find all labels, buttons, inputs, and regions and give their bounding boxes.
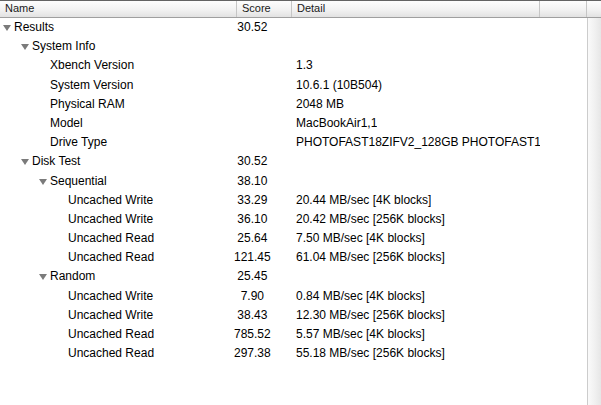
outline-row[interactable]: Uncached Write 33.2920.44 MB/sec [4K blo… (0, 191, 587, 210)
column-header-name[interactable]: Name (0, 1, 237, 17)
row-score: 33.29 (234, 191, 267, 210)
outline-row[interactable]: Uncached Write 36.1020.42 MB/sec [256K b… (0, 210, 587, 229)
row-name: Physical RAM (50, 95, 125, 114)
row-score: 121.45 (234, 248, 271, 267)
outline-row[interactable]: System Version10.6.1 (10B504) (0, 76, 587, 95)
row-score: 297.38 (234, 344, 271, 363)
row-name: Xbench Version (50, 56, 134, 75)
outline-row[interactable]: Results 30.52 (0, 18, 587, 37)
row-detail: PHOTOFAST18ZIFV2_128GB PHOTOFAST1 (296, 133, 540, 152)
outline-row[interactable]: Random 25.45 (0, 267, 587, 286)
row-name: System Info (32, 37, 95, 56)
outline-row[interactable]: Uncached Read785.525.57 MB/sec [4K block… (0, 325, 587, 344)
row-detail: 7.50 MB/sec [4K blocks] (296, 229, 425, 248)
row-score: 38.10 (234, 172, 267, 191)
row-name: Uncached Read (68, 229, 154, 248)
column-header-score-label: Score (242, 2, 271, 14)
outline-row[interactable]: Xbench Version1.3 (0, 56, 587, 75)
outline-row[interactable]: Uncached Read297.3855.18 MB/sec [256K bl… (0, 344, 587, 363)
outline-row[interactable]: Sequential 38.10 (0, 172, 587, 191)
row-score: 785.52 (234, 325, 271, 344)
outline-row[interactable]: Uncached Read 25.647.50 MB/sec [4K block… (0, 229, 587, 248)
disclosure-triangle-icon[interactable] (21, 44, 29, 50)
row-detail: 0.84 MB/sec [4K blocks] (296, 287, 425, 306)
outline-row[interactable]: Uncached Write 7.900.84 MB/sec [4K block… (0, 287, 587, 306)
row-name: Uncached Write (68, 210, 153, 229)
outline-row[interactable]: ModelMacBookAir1,1 (0, 114, 587, 133)
disclosure-triangle-icon[interactable] (39, 274, 47, 280)
row-detail: 1.3 (296, 56, 313, 75)
row-score: 25.64 (234, 229, 267, 248)
row-name: Disk Test (32, 152, 80, 171)
outline-row[interactable]: System Info (0, 37, 587, 56)
row-name: System Version (50, 76, 133, 95)
column-header-spare (540, 1, 587, 17)
row-detail: 2048 MB (296, 95, 344, 114)
row-name: Uncached Write (68, 306, 153, 325)
column-header-detail[interactable]: Detail (292, 1, 540, 17)
row-detail: 12.30 MB/sec [256K blocks] (296, 306, 445, 325)
row-detail: 5.57 MB/sec [4K blocks] (296, 325, 425, 344)
row-detail: MacBookAir1,1 (296, 114, 377, 133)
row-score: 25.45 (234, 267, 267, 286)
outline-row[interactable]: Uncached Write 38.4312.30 MB/sec [256K b… (0, 306, 587, 325)
row-detail: 55.18 MB/sec [256K blocks] (296, 344, 445, 363)
scrollbar-header-corner (587, 1, 601, 17)
row-name: Drive Type (50, 133, 107, 152)
row-score: 30.52 (234, 18, 267, 37)
row-score: 36.10 (234, 210, 267, 229)
row-score: 38.43 (234, 306, 267, 325)
row-name: Uncached Read (68, 248, 154, 267)
row-detail: 10.6.1 (10B504) (296, 76, 382, 95)
xbench-results-window: Name Score Detail Results 30.52System In… (0, 0, 601, 405)
outline-row[interactable]: Drive TypePHOTOFAST18ZIFV2_128GB PHOTOFA… (0, 133, 587, 152)
column-header-detail-label: Detail (297, 2, 325, 14)
row-score: 30.52 (234, 152, 267, 171)
column-header-name-label: Name (5, 2, 34, 14)
row-name: Uncached Write (68, 287, 153, 306)
outline-row[interactable]: Disk Test 30.52 (0, 152, 587, 171)
row-detail: 20.42 MB/sec [256K blocks] (296, 210, 445, 229)
table-header: Name Score Detail (0, 0, 601, 18)
row-name: Model (50, 114, 83, 133)
row-detail: 61.04 MB/sec [256K blocks] (296, 248, 445, 267)
results-outline: Results 30.52System InfoXbench Version1.… (0, 18, 587, 405)
vertical-scrollbar-track[interactable] (587, 18, 601, 405)
row-name: Uncached Write (68, 191, 153, 210)
row-name: Random (50, 267, 95, 286)
disclosure-triangle-icon[interactable] (39, 179, 47, 185)
row-score: 7.90 (234, 287, 264, 306)
disclosure-triangle-icon[interactable] (3, 25, 11, 31)
outline-row[interactable]: Uncached Read121.4561.04 MB/sec [256K bl… (0, 248, 587, 267)
row-name: Sequential (50, 172, 107, 191)
disclosure-triangle-icon[interactable] (21, 159, 29, 165)
row-name: Results (14, 18, 54, 37)
row-name: Uncached Read (68, 325, 154, 344)
outline-row[interactable]: Physical RAM2048 MB (0, 95, 587, 114)
column-header-score[interactable]: Score (237, 1, 292, 17)
row-detail: 20.44 MB/sec [4K blocks] (296, 191, 431, 210)
row-name: Uncached Read (68, 344, 154, 363)
